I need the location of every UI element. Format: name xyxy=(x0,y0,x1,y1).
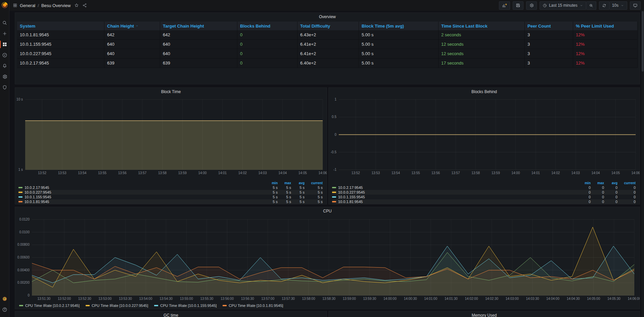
alerting-bell-icon[interactable] xyxy=(0,61,9,71)
cycle-view-button[interactable] xyxy=(630,1,641,10)
search-icon[interactable] xyxy=(0,17,9,28)
clock-icon xyxy=(543,3,547,8)
svg-text:13:57:30: 13:57:30 xyxy=(282,297,295,301)
help-icon[interactable] xyxy=(0,304,9,315)
scrollbar[interactable] xyxy=(641,11,644,317)
column-header-block-time-5m-avg-[interactable]: Block Time (5m avg) xyxy=(359,22,439,30)
share-icon[interactable] xyxy=(82,3,87,8)
table-cell: 640 xyxy=(160,49,237,58)
column-header-chain-height[interactable]: Chain Height xyxy=(104,22,160,30)
svg-text:0: 0 xyxy=(28,293,30,297)
svg-text:-0.5: -0.5 xyxy=(331,150,337,154)
table-row: 10.0.0.227:954564064006.41e+25.00 s12 se… xyxy=(17,49,638,58)
legend-series-label[interactable]: 10.0.1.81:9545 xyxy=(332,200,577,204)
table-cell: 12% xyxy=(573,30,638,39)
table-cell: 6.41e+2 xyxy=(297,49,359,58)
refresh-button[interactable] xyxy=(599,1,609,10)
table-cell: 12% xyxy=(573,49,638,58)
svg-text:0.00400: 0.00400 xyxy=(17,268,30,272)
add-panel-button[interactable] xyxy=(499,1,510,10)
legend-stat-header[interactable]: min xyxy=(264,181,278,185)
dashboards-icon[interactable] xyxy=(0,39,9,50)
svg-text:13:52: 13:52 xyxy=(38,171,46,175)
time-range-picker[interactable]: Last 15 minutes xyxy=(540,1,586,10)
legend-series-label[interactable]: 10.0.0.227:9545 xyxy=(18,190,264,194)
legend-stat-header[interactable]: current xyxy=(617,181,636,185)
legend-series-label[interactable]: CPU Time IRate [10.0.1.81:9545] xyxy=(223,304,283,308)
panel-title-block-time[interactable]: Block Time xyxy=(15,88,327,96)
blocks-behind-chart[interactable]: 10.50-0.5-113:5213:5313:5413:5513:5613:5… xyxy=(329,96,640,181)
legend-stat-header[interactable]: max xyxy=(591,181,604,185)
legend-stat-value: 5 s xyxy=(291,195,305,199)
column-header-time-since-last-block[interactable]: Time Since Last Block xyxy=(439,22,525,30)
svg-text:0.00200: 0.00200 xyxy=(17,281,30,284)
cpu-chart[interactable]: 0.01200.01000.008000.006000.004000.00200… xyxy=(15,215,640,302)
legend-series-name: CPU Time IRate [10.0.2.17:9545] xyxy=(25,304,80,308)
svg-text:13:55:00: 13:55:00 xyxy=(180,297,193,301)
svg-text:14:05:30: 14:05:30 xyxy=(607,297,620,301)
svg-text:13:53: 13:53 xyxy=(58,171,66,175)
grafana-logo[interactable] xyxy=(1,1,8,9)
legend-stat-value: 5 s xyxy=(264,200,278,204)
panel-title-gc-time[interactable]: GC time xyxy=(15,311,327,317)
legend-series-label[interactable]: 10.0.0.227:9545 xyxy=(332,190,577,194)
panel-title-blocks-behind[interactable]: Blocks Behind xyxy=(329,88,640,96)
server-admin-shield-icon[interactable] xyxy=(0,82,9,93)
legend-stat-value: 5 s xyxy=(278,186,291,190)
legend-stat-header[interactable]: min xyxy=(577,181,591,185)
panel-title-memory-used[interactable]: Memory Used xyxy=(329,311,640,317)
explore-compass-icon[interactable] xyxy=(0,50,9,61)
monitor-icon xyxy=(633,3,638,8)
legend-series-label[interactable]: CPU Time IRate [10.0.1.155:9545] xyxy=(154,304,217,308)
legend-stat-header[interactable]: avg xyxy=(604,181,617,185)
breadcrumb-section[interactable]: General xyxy=(20,3,35,8)
column-header-blocks-behind[interactable]: Blocks Behind xyxy=(237,22,297,30)
svg-text:13:52:30: 13:52:30 xyxy=(78,297,91,301)
column-header--peer-limit-used[interactable]: % Peer Limit Used xyxy=(573,22,638,30)
legend-swatch-icon xyxy=(332,192,336,193)
legend-series-label[interactable]: 10.0.2.17:9545 xyxy=(18,186,264,190)
svg-text:14:02: 14:02 xyxy=(238,171,247,175)
legend-header-row: minmaxavgcurrent xyxy=(18,181,323,185)
avatar-icon[interactable] xyxy=(0,293,9,304)
plus-icon[interactable] xyxy=(0,28,9,39)
panel-block-time: Block Time 10 s1 s13:5213:5313:5413:5513… xyxy=(15,87,327,204)
panel-gc-time: GC time xyxy=(15,311,327,317)
legend-stat-header[interactable]: max xyxy=(278,181,291,185)
legend-stat-header[interactable]: avg xyxy=(291,181,305,185)
table-cell: 10.0.0.227:9545 xyxy=(17,49,104,58)
table-cell: 12% xyxy=(573,40,638,49)
zoom-out-button[interactable] xyxy=(586,1,596,10)
legend-series-label[interactable]: CPU Time IRate [10.0.0.227:9545] xyxy=(86,304,148,308)
legend-swatch-icon xyxy=(18,187,22,188)
legend-stat-value: 5 s xyxy=(278,195,291,199)
panel-title-overview[interactable]: Overview xyxy=(15,13,640,21)
column-header-target-chain-height[interactable]: Target Chain Height xyxy=(160,22,237,30)
legend-series-label[interactable]: 10.0.1.155:9545 xyxy=(18,195,264,199)
block-time-chart[interactable]: 10 s1 s13:5213:5313:5413:5513:5613:5713:… xyxy=(15,96,327,181)
legend-series-label[interactable]: 10.0.2.17:9545 xyxy=(332,186,577,190)
scrollbar-thumb[interactable] xyxy=(642,11,644,72)
table-cell: 3 xyxy=(525,58,573,68)
svg-text:13:55: 13:55 xyxy=(412,171,420,175)
legend-series-label[interactable]: 10.0.1.155:9545 xyxy=(332,195,577,199)
legend-swatch-icon xyxy=(332,196,336,198)
table-cell: 639 xyxy=(104,58,160,68)
breadcrumb-title[interactable]: Besu Overview xyxy=(41,3,71,8)
column-header-total-difficulty[interactable]: Total Difficulty xyxy=(297,22,359,30)
star-icon[interactable] xyxy=(74,3,79,8)
column-header-peer-count[interactable]: Peer Count xyxy=(525,22,573,30)
panel-title-cpu[interactable]: CPU xyxy=(15,207,640,215)
legend-stat-header[interactable]: current xyxy=(305,181,323,185)
cpu-legend: CPU Time IRate [10.0.2.17:9545]CPU Time … xyxy=(19,303,636,308)
column-header-system[interactable]: System xyxy=(17,22,104,30)
legend-series-label[interactable]: 10.0.1.81:9545 xyxy=(18,200,264,204)
legend-series-name: 10.0.1.155:9545 xyxy=(338,195,365,199)
legend-series-label[interactable]: CPU Time IRate [10.0.2.17:9545] xyxy=(19,304,80,308)
svg-text:13:51:30: 13:51:30 xyxy=(37,297,50,301)
save-dashboard-button[interactable] xyxy=(513,1,523,10)
dashboard-settings-button[interactable] xyxy=(526,1,537,10)
panel-cpu: CPU 0.01200.01000.008000.006000.004000.0… xyxy=(15,207,640,309)
configuration-gear-icon[interactable] xyxy=(0,71,9,82)
refresh-interval-picker[interactable]: 10s xyxy=(609,1,627,10)
